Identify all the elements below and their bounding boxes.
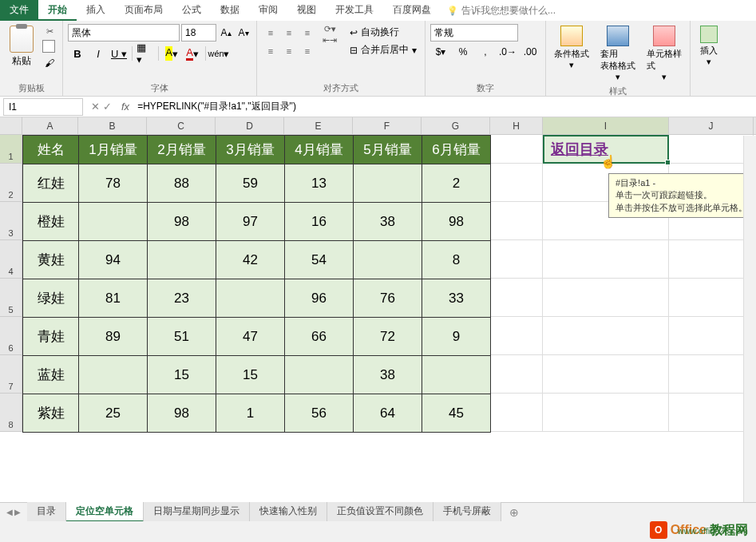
align-left-button[interactable]: ≡ [262, 42, 279, 60]
increase-font-button[interactable]: A▴ [218, 24, 234, 42]
column-header-h[interactable]: H [490, 117, 543, 134]
file-tab[interactable]: 文件 [0, 0, 38, 21]
name-cell[interactable]: 黄娃 [23, 241, 79, 279]
data-cell[interactable]: 54 [285, 241, 354, 279]
copy-button[interactable] [42, 40, 57, 54]
data-cell[interactable]: 88 [148, 164, 216, 203]
data-cell[interactable]: 97 [216, 203, 285, 241]
data-cell[interactable] [79, 356, 148, 394]
formula-input[interactable] [134, 98, 756, 116]
data-cell[interactable]: 98 [148, 203, 216, 241]
increase-indent-button[interactable]: ⇥ [330, 35, 337, 45]
column-header-c[interactable]: C [147, 117, 216, 134]
select-all-corner[interactable] [0, 117, 22, 134]
cut-button[interactable] [42, 24, 57, 38]
active-cell-i1[interactable]: 返回目录 [543, 135, 669, 164]
data-cell[interactable] [216, 279, 285, 318]
fx-icon[interactable]: fx [117, 101, 134, 113]
data-cell[interactable]: 72 [354, 318, 422, 356]
tab-formulas[interactable]: 公式 [172, 0, 211, 21]
row-header-8[interactable]: 8 [0, 394, 22, 432]
data-cell[interactable]: 51 [148, 318, 216, 356]
column-header-f[interactable]: F [353, 117, 422, 134]
data-cell[interactable]: 15 [216, 356, 285, 394]
row-header-3[interactable]: 3 [0, 202, 22, 240]
data-cell[interactable]: 56 [285, 394, 354, 433]
tab-developer[interactable]: 开发工具 [326, 0, 383, 21]
sheet-tab[interactable]: 手机号屏蔽 [433, 502, 501, 522]
sheet-tab[interactable]: 正负值设置不同颜色 [327, 502, 433, 522]
data-cell[interactable]: 42 [216, 241, 285, 279]
phonetic-button[interactable]: wén▾ [209, 45, 228, 62]
tab-view[interactable]: 视图 [287, 0, 326, 21]
row-header-2[interactable]: 2 [0, 164, 22, 202]
align-right-button[interactable]: ≡ [299, 42, 316, 60]
row-header-6[interactable]: 6 [0, 317, 22, 355]
column-header-i[interactable]: I [543, 117, 669, 134]
name-box[interactable] [3, 98, 83, 116]
column-header-a[interactable]: A [22, 117, 78, 134]
data-cell[interactable]: 8 [422, 241, 491, 279]
row-header-4[interactable]: 4 [0, 240, 22, 279]
decrease-decimal-button[interactable]: .00 [520, 43, 540, 61]
add-sheet-button[interactable]: ⊕ [501, 504, 527, 521]
name-cell[interactable]: 青娃 [23, 318, 79, 356]
data-cell[interactable] [354, 241, 422, 279]
data-cell[interactable] [79, 203, 148, 241]
orientation-button[interactable]: ⟳▾ [323, 24, 337, 34]
data-cell[interactable]: 2 [422, 164, 491, 203]
data-cell[interactable]: 59 [216, 164, 285, 203]
tab-data[interactable]: 数据 [211, 0, 249, 21]
font-color-button[interactable]: A▾ [183, 45, 202, 62]
table-header[interactable]: 姓名 [23, 136, 79, 164]
table-header[interactable]: 3月销量 [216, 136, 285, 164]
cancel-formula-button[interactable]: ✕ [91, 101, 100, 113]
comma-button[interactable]: , [475, 43, 496, 61]
format-painter-button[interactable] [42, 56, 57, 70]
tab-insert[interactable]: 插入 [77, 0, 115, 21]
column-header-j[interactable]: J [669, 117, 754, 134]
sheet-tab[interactable]: 目录 [27, 502, 66, 522]
conditional-formatting-button[interactable]: 条件格式▾ [551, 24, 592, 84]
bold-button[interactable]: B [68, 45, 87, 62]
paste-button[interactable]: 粘贴 [5, 24, 38, 81]
fill-handle[interactable] [665, 160, 671, 165]
data-cell[interactable]: 25 [79, 394, 148, 433]
border-button[interactable]: ▦ ▾ [136, 45, 155, 62]
data-cell[interactable]: 64 [354, 394, 422, 433]
align-center-button[interactable]: ≡ [280, 42, 298, 60]
data-cell[interactable]: 89 [79, 318, 148, 356]
cell-styles-button[interactable]: 单元格样式▾ [643, 24, 685, 84]
data-cell[interactable] [354, 164, 422, 203]
align-middle-button[interactable]: ≡ [280, 24, 298, 42]
tab-baidu[interactable]: 百度网盘 [383, 0, 441, 21]
data-cell[interactable]: 38 [354, 203, 422, 241]
hyperlink-text[interactable]: 返回目录 [551, 140, 608, 159]
number-format-select[interactable] [430, 24, 518, 42]
percent-button[interactable]: % [453, 43, 473, 61]
column-header-e[interactable]: E [284, 117, 353, 134]
data-cell[interactable]: 98 [422, 203, 491, 241]
tab-home[interactable]: 开始 [38, 0, 77, 21]
italic-button[interactable]: I [89, 45, 108, 62]
vertical-scrollbar[interactable] [743, 136, 756, 502]
data-cell[interactable]: 45 [422, 394, 491, 433]
decrease-indent-button[interactable]: ⇤ [323, 35, 330, 45]
data-cell[interactable]: 78 [79, 164, 148, 203]
data-cell[interactable]: 38 [354, 356, 422, 394]
increase-decimal-button[interactable]: .0→ [497, 43, 518, 61]
align-top-button[interactable]: ≡ [262, 24, 279, 42]
data-cell[interactable]: 98 [148, 394, 216, 433]
data-cell[interactable]: 66 [285, 318, 354, 356]
table-header[interactable]: 6月销量 [422, 136, 491, 164]
table-header[interactable]: 2月销量 [148, 136, 216, 164]
data-cell[interactable]: 94 [79, 241, 148, 279]
accounting-format-button[interactable]: $▾ [430, 43, 451, 61]
row-header-5[interactable]: 5 [0, 279, 22, 317]
fill-color-button[interactable]: A▾ [162, 45, 181, 62]
column-header-d[interactable]: D [216, 117, 284, 134]
table-header[interactable]: 4月销量 [285, 136, 354, 164]
sheet-tab[interactable]: 日期与星期同步显示 [144, 502, 250, 522]
column-header-g[interactable]: G [422, 117, 490, 134]
insert-cells-button[interactable]: 插入▾ [695, 24, 722, 69]
